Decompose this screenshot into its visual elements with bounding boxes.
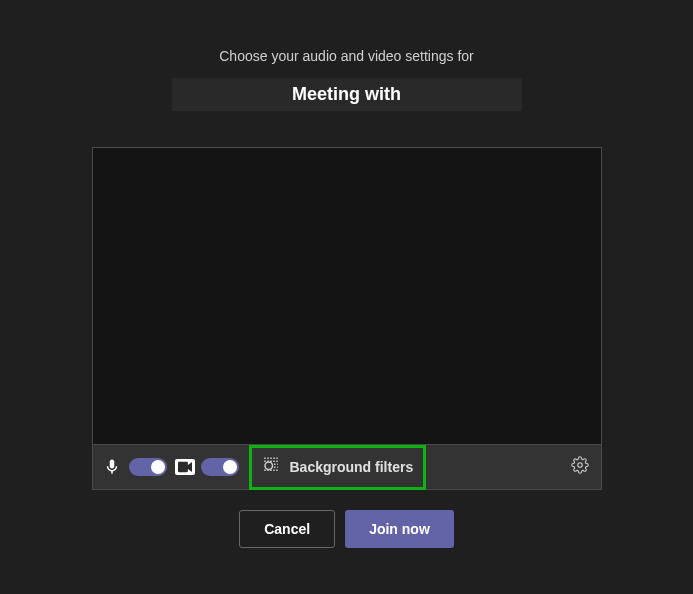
background-filters-button[interactable]: Background filters	[249, 445, 427, 490]
meeting-title-box: Meeting with	[172, 78, 522, 111]
background-filters-label: Background filters	[290, 459, 414, 475]
svg-point-1	[577, 463, 582, 468]
mic-toggle[interactable]	[129, 458, 167, 476]
background-filters-icon	[262, 456, 280, 478]
preview-container: Background filters	[92, 147, 602, 490]
gear-icon	[571, 456, 589, 478]
camera-icon	[175, 459, 195, 475]
svg-point-0	[265, 462, 273, 470]
mic-control	[101, 456, 167, 478]
microphone-icon	[101, 456, 123, 478]
settings-button[interactable]	[567, 452, 593, 482]
cancel-button[interactable]: Cancel	[239, 510, 335, 548]
settings-subtitle: Choose your audio and video settings for	[219, 48, 474, 64]
meeting-title: Meeting with	[292, 84, 401, 105]
join-now-button[interactable]: Join now	[345, 510, 454, 548]
camera-control	[175, 458, 239, 476]
camera-toggle[interactable]	[201, 458, 239, 476]
video-preview	[93, 148, 601, 444]
controls-bar: Background filters	[93, 444, 601, 489]
action-buttons: Cancel Join now	[239, 510, 454, 548]
